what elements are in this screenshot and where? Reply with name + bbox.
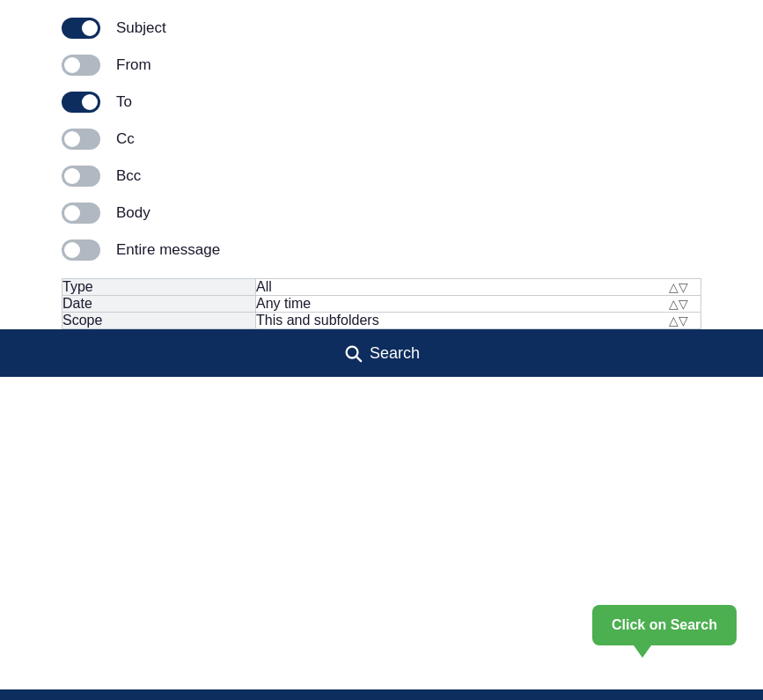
toggle-row-cc: Cc — [62, 129, 701, 150]
bottom-bar — [0, 689, 763, 700]
toggle-knob-bcc — [64, 168, 80, 184]
toggle-label-cc: Cc — [116, 130, 135, 148]
filter-select-scope[interactable]: This and subfoldersThis folder onlyAll f… — [256, 313, 701, 328]
filter-label-date: Date — [62, 296, 256, 313]
filter-select-date[interactable]: Any timeTodayThis weekThis monthThis yea… — [256, 296, 701, 311]
toggle-body[interactable] — [62, 203, 100, 224]
toggle-row-to: To — [62, 92, 701, 113]
filter-select-type[interactable]: AllMailCalendarTasksNotes — [256, 279, 701, 294]
filter-value-cell-date: Any timeTodayThis weekThis monthThis yea… — [256, 296, 701, 313]
toggle-label-to: To — [116, 93, 132, 111]
toggle-label-subject: Subject — [116, 19, 166, 37]
toggle-knob-subject — [82, 20, 98, 36]
toggle-row-bcc: Bcc — [62, 166, 701, 187]
filter-row-date: DateAny timeTodayThis weekThis monthThis… — [62, 296, 701, 313]
toggle-from[interactable] — [62, 55, 100, 76]
toggle-label-bcc: Bcc — [116, 167, 141, 185]
toggle-row-from: From — [62, 55, 701, 76]
toggle-knob-entire-message — [64, 242, 80, 258]
tooltip-bubble: Click on Search — [592, 605, 737, 645]
filter-label-type: Type — [62, 279, 256, 296]
tooltip-container: Click on Search — [592, 605, 737, 645]
search-icon — [343, 343, 363, 363]
toggle-row-body: Body — [62, 203, 701, 224]
toggles-container: SubjectFromToCcBccBodyEntire message — [62, 18, 701, 261]
svg-line-1 — [356, 357, 361, 361]
toggle-knob-from — [64, 57, 80, 73]
filter-value-cell-type: AllMailCalendarTasksNotes△▽ — [256, 279, 701, 296]
toggle-subject[interactable] — [62, 18, 100, 39]
filter-label-scope: Scope — [62, 313, 256, 329]
toggle-label-body: Body — [116, 204, 150, 222]
search-button[interactable]: Search — [0, 329, 763, 377]
toggle-entire-message[interactable] — [62, 239, 100, 261]
toggle-bcc[interactable] — [62, 166, 100, 187]
toggle-to[interactable] — [62, 92, 100, 113]
toggle-knob-cc — [64, 131, 80, 147]
toggle-row-subject: Subject — [62, 18, 701, 39]
toggle-cc[interactable] — [62, 129, 100, 150]
toggle-label-from: From — [116, 56, 151, 74]
filter-table: TypeAllMailCalendarTasksNotes△▽DateAny t… — [62, 278, 701, 329]
toggle-row-entire-message: Entire message — [62, 239, 701, 261]
main-container: SubjectFromToCcBccBodyEntire message Typ… — [0, 0, 763, 329]
search-label: Search — [370, 344, 420, 363]
toggle-label-entire-message: Entire message — [116, 241, 220, 259]
toggle-knob-body — [64, 205, 80, 221]
filter-row-scope: ScopeThis and subfoldersThis folder only… — [62, 313, 701, 329]
toggle-knob-to — [82, 94, 98, 110]
filter-value-cell-scope: This and subfoldersThis folder onlyAll f… — [256, 313, 701, 329]
filter-row-type: TypeAllMailCalendarTasksNotes△▽ — [62, 279, 701, 296]
